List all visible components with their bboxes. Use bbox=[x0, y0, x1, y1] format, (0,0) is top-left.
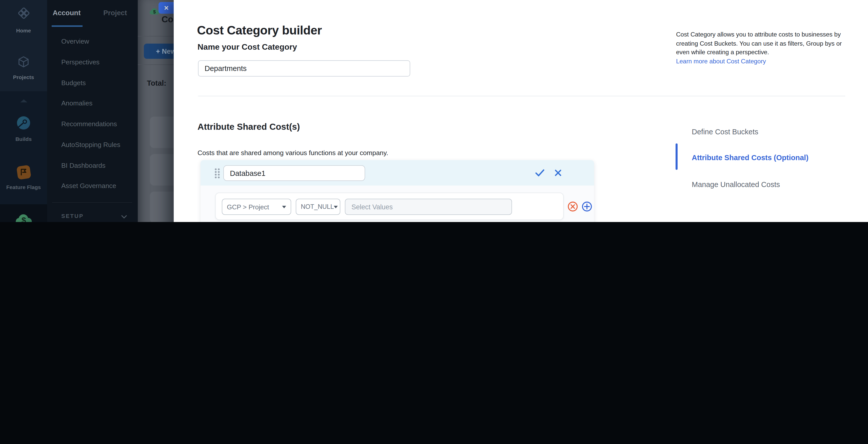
field-dropdown[interactable]: GCP > Project bbox=[222, 199, 291, 215]
confirm-check-icon[interactable] bbox=[535, 168, 545, 178]
setup-chevron-down-icon bbox=[121, 215, 127, 219]
total-label: Total: bbox=[147, 79, 166, 87]
step-attribute-shared-costs[interactable]: Attribute Shared Costs (Optional) bbox=[692, 154, 808, 162]
sidebar-item-autostopping-rules[interactable]: AutoStopping Rules bbox=[61, 141, 137, 149]
remove-rule-icon[interactable] bbox=[568, 201, 578, 211]
cost-category-name-input[interactable]: Departments bbox=[198, 60, 410, 77]
name-section-label: Name your Cost Category bbox=[197, 42, 297, 52]
projects-icon[interactable] bbox=[17, 56, 30, 68]
nav-item-feature-flags[interactable]: Feature Flags bbox=[0, 184, 47, 190]
module-sidebar: Account Project Overview Perspectives Bu… bbox=[47, 0, 138, 222]
drag-handle-icon[interactable] bbox=[214, 168, 220, 179]
tab-account[interactable]: Account bbox=[53, 9, 81, 17]
cloud-costs-icon[interactable]: $ bbox=[15, 213, 32, 222]
home-icon[interactable] bbox=[18, 8, 29, 19]
section-divider bbox=[198, 96, 845, 96]
svg-text:$: $ bbox=[22, 216, 26, 222]
feature-flags-icon[interactable] bbox=[17, 165, 31, 179]
sidebar-setup-header[interactable]: SETUP bbox=[61, 213, 84, 219]
sidebar-item-anomalies[interactable]: Anomalies bbox=[61, 99, 137, 107]
builds-icon[interactable] bbox=[16, 116, 31, 130]
nav-item-home[interactable]: Home bbox=[0, 27, 47, 33]
nav-item-builds[interactable]: Builds bbox=[0, 136, 47, 142]
modal-title: Cost Category builder bbox=[197, 23, 322, 37]
bucket-card-header: Database1 bbox=[200, 160, 594, 185]
nav-scroll-up-icon[interactable] bbox=[19, 98, 28, 103]
sidebar-item-budgets[interactable]: Budgets bbox=[61, 79, 137, 87]
help-text: Cost Category allows you to attribute co… bbox=[676, 30, 846, 66]
step-manage-unallocated-costs[interactable]: Manage Unallocated Costs bbox=[692, 180, 780, 188]
sidebar-item-asset-governance[interactable]: Asset Governance bbox=[61, 182, 137, 189]
sidebar-item-recommendations[interactable]: Recommendations bbox=[61, 120, 137, 128]
sidebar-divider bbox=[52, 202, 132, 203]
step-define-cost-buckets[interactable]: Define Cost Buckets bbox=[692, 128, 758, 136]
learn-more-link[interactable]: Learn more about Cost Category bbox=[676, 58, 766, 65]
sidebar-item-bi-dashboards[interactable]: BI Dashboards bbox=[61, 162, 137, 169]
active-tab-underline bbox=[52, 25, 83, 27]
app-screen: Home Projects Builds Feature Flags $ Clo… bbox=[0, 0, 868, 222]
remove-bucket-x-icon[interactable] bbox=[553, 168, 563, 178]
shared-bucket-card: Database1 GCP > Project NOT_NULL Select … bbox=[200, 160, 594, 222]
shared-costs-description: Costs that are shared among various func… bbox=[197, 149, 388, 157]
tab-project[interactable]: Project bbox=[103, 9, 127, 17]
bucket-name-input[interactable]: Database1 bbox=[223, 165, 365, 181]
svg-text:$: $ bbox=[153, 9, 156, 14]
values-input[interactable]: Select Values bbox=[345, 199, 512, 215]
shared-costs-title: Attribute Shared Cost(s) bbox=[197, 122, 300, 132]
chevron-down-icon bbox=[334, 206, 338, 208]
module-nav: Home Projects Builds Feature Flags $ Clo… bbox=[0, 0, 47, 222]
chevron-down-icon bbox=[282, 206, 286, 208]
cost-category-builder-modal: Cost Category builder Name your Cost Cat… bbox=[174, 0, 868, 222]
add-and-condition-icon[interactable] bbox=[582, 201, 592, 211]
active-step-bar bbox=[676, 143, 677, 170]
close-icon[interactable]: ✕ bbox=[158, 2, 174, 14]
ccm-cloud-icon: $ bbox=[149, 8, 159, 15]
nav-item-projects[interactable]: Projects bbox=[0, 74, 47, 80]
sidebar-item-perspectives[interactable]: Perspectives bbox=[61, 58, 137, 66]
filter-rule-row: GCP > Project NOT_NULL Select Values bbox=[215, 193, 564, 220]
operator-dropdown[interactable]: NOT_NULL bbox=[296, 199, 340, 215]
sidebar-item-overview[interactable]: Overview bbox=[61, 37, 137, 45]
